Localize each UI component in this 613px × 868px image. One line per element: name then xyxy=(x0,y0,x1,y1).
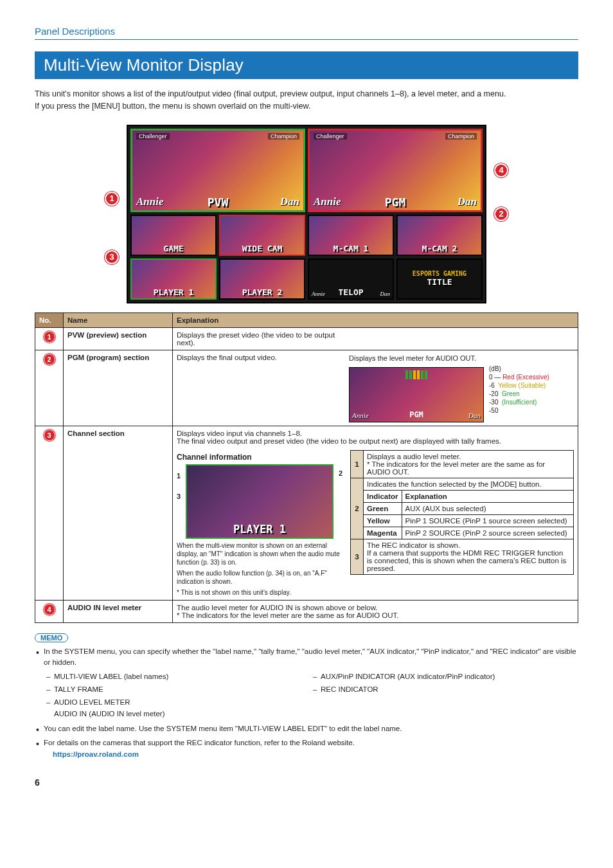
exp-yellow: PinP 1 SOURCE (PinP 1 source screen sele… xyxy=(402,514,573,527)
inner-r3a: The REC indicator is shown. xyxy=(367,541,570,549)
callout-3: 3 xyxy=(105,250,119,264)
row4-a: The audio level meter for AUDIO IN is sh… xyxy=(177,604,574,611)
db3: -30 xyxy=(489,399,498,406)
memo-sl-0: MULTI-VIEW LABEL (label names) xyxy=(45,671,312,683)
thumb-label: PGM xyxy=(409,410,423,420)
pvw-name-left: Annie xyxy=(136,195,164,208)
telop-name-r: Dan xyxy=(380,291,391,297)
tile-title: ESPORTS GAMING TITLE xyxy=(396,258,483,300)
section-label: Panel Descriptions xyxy=(35,26,578,40)
channel-image: PLAYER 1 xyxy=(186,464,333,539)
inner-r1: Displays a audio level meter. * The indi… xyxy=(364,450,574,478)
badge-2: 2 xyxy=(44,354,55,365)
thumb-right: Dan xyxy=(468,411,481,420)
tiny-3: 3 xyxy=(177,493,181,500)
memo-sl-2b: AUDIO IN (AUDIO IN level meter) xyxy=(54,710,165,718)
th-exp: Explanation xyxy=(173,312,578,327)
lbl-telop: TELOP xyxy=(338,287,363,298)
monitor-figure: 1 2 3 4 Challenger Champion Annie PVW Da… xyxy=(35,125,578,303)
pvw-name-right: Dan xyxy=(280,195,299,208)
callout-1: 1 xyxy=(105,192,119,206)
tile-widecam: WIDE CAM xyxy=(219,215,305,256)
inner-table: 1 Displays a audio level meter. * The in… xyxy=(350,450,574,575)
pgm-label: PGM xyxy=(385,195,406,210)
lbl-player2: PLAYER 2 xyxy=(242,287,283,298)
leg-grn-b: (Insufficient) xyxy=(502,399,537,406)
memo-pill: MEMO xyxy=(35,633,68,642)
inner-r3b: If a camera that supports the HDMI REC T… xyxy=(367,549,570,572)
inner-r1a: Displays a audio level meter. xyxy=(367,453,570,460)
inner-n3: 3 xyxy=(351,539,364,574)
audio-meter-icon xyxy=(405,370,427,379)
exp-magenta: PinP 2 SOURCE (PinP 2 source screen sele… xyxy=(402,527,573,539)
channel-label: PLAYER 1 xyxy=(233,523,286,536)
row4-b: * The indicators for the level meter are… xyxy=(177,611,574,619)
intro-line1: This unit's monitor shows a list of the … xyxy=(35,88,578,100)
pgm-badge-right: Champion xyxy=(445,133,477,140)
tile-telop: Annie TELOP Dan xyxy=(308,258,394,300)
inner-r3: The REC indicator is shown. If a camera … xyxy=(364,539,574,574)
db-label: (dB) xyxy=(489,365,501,372)
row1-name: PVW (preview) section xyxy=(64,327,173,350)
pgm-thumb: Annie PGM Dan xyxy=(349,367,484,422)
row3-lead2: The final video output and preset video … xyxy=(177,437,574,445)
ch-note-2: * This is not shown on this unit's displ… xyxy=(177,588,344,597)
row1-exp-text: Displays the preset video (the video to … xyxy=(177,331,344,347)
db2: -20 xyxy=(489,390,498,397)
table-row: 4 AUDIO IN level meter The audio level m… xyxy=(35,600,578,622)
ch-note-0: When the multi-view monitor is shown on … xyxy=(177,541,344,566)
lbl-player1: PLAYER 1 xyxy=(154,287,194,298)
tile-mcam2: M-CAM 2 xyxy=(396,215,483,256)
table-row: 3 Channel section Displays video input v… xyxy=(35,426,578,600)
pgm-badge-left: Challenger xyxy=(314,133,347,140)
pvw-label: PVW xyxy=(208,195,229,210)
memo-sl-2a: AUDIO LEVEL METER xyxy=(54,698,130,706)
badge-3: 3 xyxy=(44,429,55,441)
inner-h-ind: Indicator xyxy=(364,490,402,502)
row1-exp: Displays the preset video (the video to … xyxy=(173,327,578,350)
row2-meter-cap: Displays the level meter for AUDIO OUT. xyxy=(349,354,574,363)
inner-h-exp: Explanation xyxy=(402,490,573,502)
roland-link[interactable]: https://proav.roland.com xyxy=(53,750,139,758)
pgm-tile: Challenger Champion Annie PGM Dan xyxy=(308,129,483,212)
description-table: No. Name Explanation 1 PVW (preview) sec… xyxy=(35,312,578,623)
memo-b1-text: In the SYSTEM menu, you can specify whet… xyxy=(44,647,576,667)
db0: 0 xyxy=(489,374,493,381)
tile-player2: PLAYER 2 xyxy=(219,258,305,300)
lbl-game: GAME xyxy=(163,244,183,255)
lbl-mcam2: M-CAM 2 xyxy=(422,244,458,255)
tile-game: GAME xyxy=(130,215,217,256)
leg-red: Red (Excessive) xyxy=(502,374,549,381)
row3-name: Channel section xyxy=(64,426,173,600)
lbl-title: TITLE xyxy=(413,277,466,288)
row2-exp: Displays the final output video. Display… xyxy=(173,350,578,426)
ch-note-1: When the audio follow function (p. 34) i… xyxy=(177,569,344,586)
lbl-mcam1: M-CAM 1 xyxy=(333,244,369,255)
db1: -6 xyxy=(489,382,495,389)
ch-info-head: Channel information xyxy=(177,453,344,462)
inner-r1b: * The indicators for the level meter are… xyxy=(367,460,570,476)
ind-yellow: Yellow xyxy=(364,514,402,527)
memo-b3-text: For details on the cameras that support … xyxy=(44,739,355,746)
pgm-name-right: Dan xyxy=(458,195,477,208)
callout-2: 2 xyxy=(494,207,508,221)
tiny-1: 1 xyxy=(177,472,181,480)
inner-n2: 2 xyxy=(351,478,364,539)
table-row: 1 PVW (preview) section Displays the pre… xyxy=(35,327,578,350)
badge-4: 4 xyxy=(44,604,55,615)
pvw-tile: Challenger Champion Annie PVW Dan xyxy=(130,129,305,212)
row3-exp: Displays video input via channels 1–8. T… xyxy=(173,426,578,600)
memo-sl-2: AUDIO LEVEL METER AUDIO IN (AUDIO IN lev… xyxy=(45,697,312,720)
pgm-name-left: Annie xyxy=(314,195,341,208)
memo-bullet-1: In the SYSTEM menu, you can specify whet… xyxy=(35,646,578,721)
th-name: Name xyxy=(64,312,173,327)
page-title: Multi-View Monitor Display xyxy=(35,51,578,79)
row2-exp-text: Displays the final output video. xyxy=(177,354,344,422)
pvw-badge-left: Challenger xyxy=(136,133,170,140)
leg-yel: Yellow (Suitable) xyxy=(498,382,546,389)
row4-exp: The audio level meter for AUDIO IN is sh… xyxy=(173,600,578,622)
inner-r2-lead: Indicates the function selected by the [… xyxy=(364,478,574,490)
memo-bullet-2: You can edit the label name. Use the SYS… xyxy=(35,723,578,735)
intro-text: This unit's monitor shows a list of the … xyxy=(35,88,578,113)
row4-name: AUDIO IN level meter xyxy=(64,600,173,622)
